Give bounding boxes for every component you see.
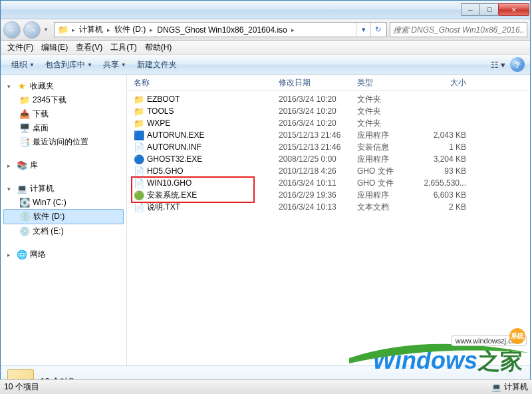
file-list-pane: 名称 修改日期 类型 大小 📁EZBOOT2016/3/24 10:20文件夹📁… [127,75,530,365]
explorer-window: ─ ☐ ✕ ← → ▼ 📁 ▸ 计算机 ▸ 软件 (D:) ▸ DNGS_Gho… [0,0,531,379]
collapse-icon[interactable]: ▾ [7,186,14,192]
chevron-down-icon: ▼ [121,62,126,68]
file-type: 应用程序 [357,190,416,201]
download-icon: 📥 [19,109,30,120]
sidebar-item-desktop[interactable]: 🖥️桌面 [1,121,126,135]
drive-icon: 💽 [19,197,30,208]
sidebar-network[interactable]: ▸🌐网络 [1,248,126,262]
menu-file[interactable]: 文件(F) [3,42,37,53]
file-name: AUTORUN.EXE [147,130,279,140]
collapse-icon[interactable]: ▾ [7,83,14,90]
status-location: 计算机 [504,381,528,393]
file-type: 文件夹 [357,94,416,105]
drive-icon: 💿 [19,226,30,237]
file-name: HD5.GHO [147,166,279,176]
close-button[interactable]: ✕ [498,3,529,16]
file-date: 2016/3/24 10:20 [279,106,357,116]
column-headers: 名称 修改日期 类型 大小 [127,75,530,91]
file-row[interactable]: 📄说明.TXT2016/3/24 10:13文本文档2 KB [134,201,530,213]
breadcrumb-folder[interactable]: DNGS_Ghost Win10x86_201604.iso [154,25,289,35]
sidebar-drive-c[interactable]: 💽Win7 (C:) [1,196,126,209]
share-button[interactable]: 共享▼ [98,59,132,71]
status-item-count: 10 个项目 [4,381,39,393]
window-controls: ─ ☐ ✕ [462,3,529,16]
sidebar-computer[interactable]: ▾💻计算机 [1,182,126,196]
breadcrumb-root[interactable]: 计算机 [76,24,106,35]
computer-small-icon: 💻 [491,383,501,392]
sidebar-item-recent[interactable]: 📑最近访问的位置 [1,135,126,149]
expand-icon[interactable]: ▸ [7,162,14,169]
address-bar[interactable]: 📁 ▸ 计算机 ▸ 软件 (D:) ▸ DNGS_Ghost Win10x86_… [54,22,387,37]
organize-button[interactable]: 组织▼ [6,59,40,71]
file-date: 2016/2/29 19:36 [279,190,357,200]
file-row[interactable]: 📄HD5.GHO2010/12/18 4:26GHO 文件93 KB [134,165,530,177]
new-folder-button[interactable]: 新建文件夹 [132,59,182,71]
file-row[interactable]: 🟦AUTORUN.EXE2015/12/13 21:46应用程序2,043 KB [134,129,530,141]
history-dropdown-icon[interactable]: ▼ [43,27,51,33]
star-icon: ★ [17,81,27,92]
file-row[interactable]: 📄WIN10.GHO2016/3/24 10:11GHO 文件2,655,530… [134,177,530,189]
file-date: 2016/3/24 10:13 [279,202,357,212]
column-size[interactable]: 大小 [416,77,475,89]
address-dropdown-icon[interactable]: ▾ [356,23,370,37]
search-box[interactable] [390,22,527,37]
chevron-down-icon: ▼ [87,62,92,68]
chevron-right-icon[interactable]: ▸ [148,27,154,33]
column-name[interactable]: 名称 [134,77,279,89]
file-list[interactable]: 📁EZBOOT2016/3/24 10:20文件夹📁TOOLS2016/3/24… [127,91,530,213]
file-type: 文件夹 [357,106,416,117]
file-type: 应用程序 [357,130,416,141]
chevron-right-icon[interactable]: ▸ [70,27,76,33]
column-date[interactable]: 修改日期 [279,77,357,89]
menu-tools[interactable]: 工具(T) [106,42,140,53]
maximize-button[interactable]: ☐ [479,3,499,16]
file-type-icon: 📁 [134,94,144,104]
sidebar-drive-e[interactable]: 💿文档 (E:) [1,224,126,238]
chevron-right-icon[interactable]: ▸ [290,27,296,33]
explorer-body: ▾★收藏夹 📁2345下载 📥下载 🖥️桌面 📑最近访问的位置 ▸📚库 ▾💻计算… [1,75,530,365]
menu-view[interactable]: 查看(V) [72,42,106,53]
help-icon[interactable]: ? [510,57,525,72]
sidebar-libraries[interactable]: ▸📚库 [1,158,126,172]
file-name: WXPE [147,118,279,128]
menu-edit[interactable]: 编辑(E) [37,42,72,53]
sidebar-item-downloads[interactable]: 📥下载 [1,107,126,121]
chevron-right-icon[interactable]: ▸ [106,27,112,33]
search-input[interactable] [393,25,524,35]
navigation-bar: ← → ▼ 📁 ▸ 计算机 ▸ 软件 (D:) ▸ DNGS_Ghost Win… [1,19,530,41]
breadcrumb-drive[interactable]: 软件 (D:) [112,24,148,35]
menu-help[interactable]: 帮助(H) [141,42,176,53]
file-type: 文件夹 [357,118,416,129]
sidebar-favorites[interactable]: ▾★收藏夹 [1,79,126,93]
include-library-button[interactable]: 包含到库中▼ [40,59,98,71]
titlebar[interactable]: ─ ☐ ✕ [1,1,530,19]
column-type[interactable]: 类型 [357,77,416,89]
file-type-icon: 📁 [134,106,144,116]
file-row[interactable]: 📄AUTORUN.INF2015/12/13 21:46安装信息1 KB [134,141,530,153]
minimize-button[interactable]: ─ [461,3,480,16]
desktop-icon: 🖥️ [19,123,30,134]
file-type-icon: 📄 [134,202,144,212]
folder-icon: 📁 [58,25,68,35]
file-name: WIN10.GHO [147,178,279,188]
file-row[interactable]: 🔵GHOST32.EXE2008/12/25 0:00应用程序3,204 KB [134,153,530,165]
file-row[interactable]: 🟢安装系统.EXE2016/2/29 19:36应用程序6,603 KB [134,189,530,201]
sidebar-item-2345[interactable]: 📁2345下载 [1,93,126,107]
refresh-icon[interactable]: ↻ [370,23,385,37]
back-button[interactable]: ← [3,21,21,39]
file-date: 2008/12/25 0:00 [279,154,357,164]
view-options-icon[interactable]: ☷ ▾ [487,57,509,72]
sidebar-drive-d[interactable]: 💿软件 (D:) [3,209,124,224]
file-row[interactable]: 📁WXPE2016/3/24 10:20文件夹 [134,117,530,129]
expand-icon[interactable]: ▸ [7,252,14,258]
file-type-icon: 📄 [134,178,144,188]
file-row[interactable]: 📁EZBOOT2016/3/24 10:20文件夹 [134,93,530,105]
file-row[interactable]: 📁TOOLS2016/3/24 10:20文件夹 [134,105,530,117]
file-name: TOOLS [147,106,279,116]
file-type: 安装信息 [357,142,416,153]
file-type: 应用程序 [357,154,416,165]
forward-button[interactable]: → [23,21,41,39]
file-type-icon: 📁 [134,118,144,128]
file-type-icon: 🟦 [134,130,144,140]
file-size: 93 KB [416,166,475,176]
